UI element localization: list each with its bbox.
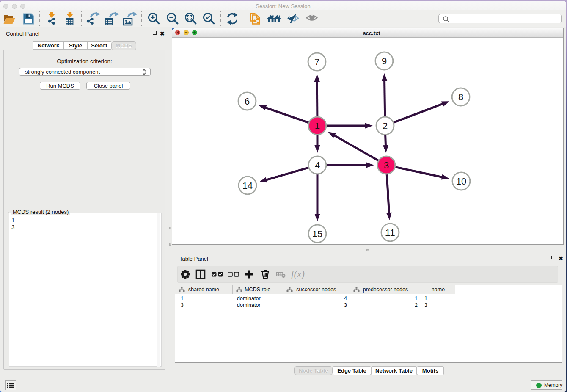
svg-text:4: 4	[315, 160, 320, 171]
svg-text:9: 9	[382, 56, 387, 66]
svg-text:14: 14	[242, 180, 253, 191]
svg-text:3: 3	[384, 160, 389, 171]
svg-text:6: 6	[245, 96, 250, 107]
svg-text:10: 10	[456, 176, 466, 187]
svg-text:7: 7	[314, 57, 319, 67]
svg-text:8: 8	[458, 92, 463, 102]
svg-text:1: 1	[315, 121, 320, 131]
svg-text:11: 11	[385, 227, 395, 238]
svg-text:f(x): f(x)	[291, 269, 305, 279]
svg-text:15: 15	[312, 229, 322, 239]
svg-text:2: 2	[383, 121, 388, 131]
